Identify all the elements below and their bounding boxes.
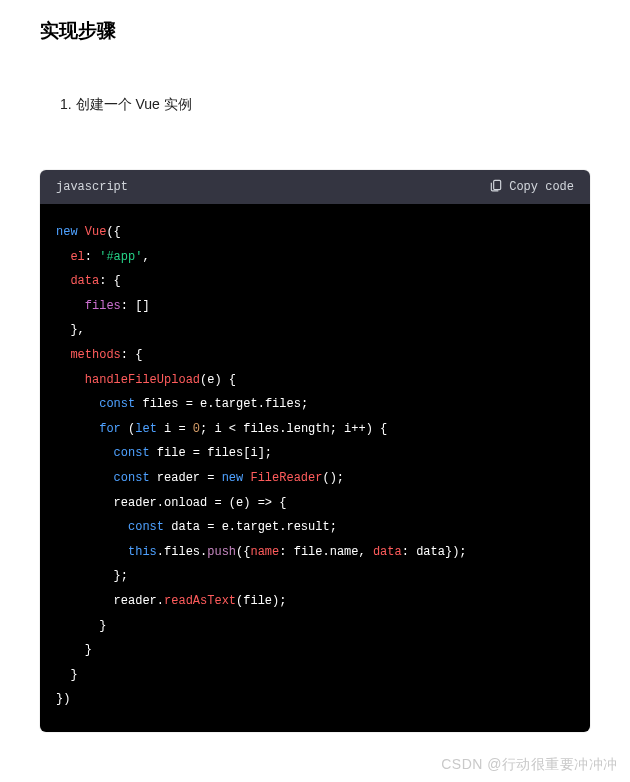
- code-line: const reader = new FileReader();: [56, 466, 574, 491]
- code-line: handleFileUpload(e) {: [56, 368, 574, 393]
- list-number: 1.: [60, 96, 72, 112]
- code-line: reader.readAsText(file);: [56, 589, 574, 614]
- step-list: 1. 创建一个 Vue 实例: [0, 44, 630, 114]
- list-item-text: 创建一个 Vue 实例: [76, 96, 192, 112]
- code-header: javascript Copy code: [40, 170, 590, 204]
- code-line: const data = e.target.result;: [56, 515, 574, 540]
- code-line: new Vue({: [56, 220, 574, 245]
- code-language-label: javascript: [56, 180, 128, 194]
- code-line: const file = files[i];: [56, 441, 574, 466]
- svg-rect-0: [494, 180, 501, 189]
- section-heading: 实现步骤: [0, 0, 630, 44]
- copy-code-button[interactable]: Copy code: [489, 178, 574, 196]
- code-line: };: [56, 564, 574, 589]
- code-line: }): [56, 687, 574, 712]
- watermark: CSDN @行动很重要冲冲冲: [441, 756, 618, 774]
- copy-code-label: Copy code: [509, 180, 574, 194]
- code-line: methods: {: [56, 343, 574, 368]
- code-line: }: [56, 638, 574, 663]
- code-line: },: [56, 318, 574, 343]
- code-line: }: [56, 614, 574, 639]
- code-line: reader.onload = (e) => {: [56, 491, 574, 516]
- code-line: files: []: [56, 294, 574, 319]
- code-block: javascript Copy code new Vue({ el: '#app…: [40, 170, 590, 732]
- code-line: for (let i = 0; i < files.length; i++) {: [56, 417, 574, 442]
- code-line: el: '#app',: [56, 245, 574, 270]
- code-line: }: [56, 663, 574, 688]
- code-line: this.files.push({name: file.name, data: …: [56, 540, 574, 565]
- clipboard-icon: [489, 178, 503, 196]
- code-line: data: {: [56, 269, 574, 294]
- code-line: const files = e.target.files;: [56, 392, 574, 417]
- code-body: new Vue({ el: '#app', data: { files: [] …: [40, 204, 590, 732]
